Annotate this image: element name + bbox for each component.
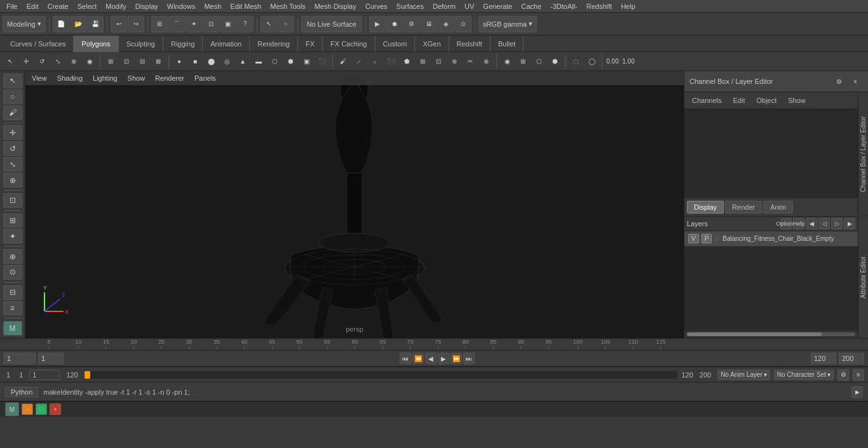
tab-edit[interactable]: Edit [728, 95, 750, 106]
tab-curves-surfaces[interactable]: Curves / Surfaces [3, 36, 74, 52]
menu-3dtall[interactable]: -3DtoAll- [546, 2, 581, 11]
tab-rigging[interactable]: Rigging [163, 36, 203, 52]
multicut-button[interactable]: ✂ [463, 54, 478, 69]
layer-prev-button[interactable]: ◀ [806, 218, 817, 229]
poly-more-button[interactable]: ▣ [299, 54, 314, 69]
render-scene-button[interactable]: ▶ [369, 16, 386, 32]
maximize-button[interactable]: □ [36, 404, 47, 415]
tab-polygons[interactable]: Polygons [74, 36, 118, 52]
paint-button[interactable]: 🖌 [336, 54, 351, 69]
frame-end-input[interactable] [811, 353, 836, 364]
tab-render[interactable]: Render [725, 201, 762, 214]
app-icon-button[interactable]: M [5, 402, 19, 416]
quad-draw-button[interactable]: ⬡ [531, 54, 546, 69]
frame-end2-input[interactable] [839, 353, 864, 364]
close-button[interactable]: × [50, 404, 61, 415]
menu-generate[interactable]: Generate [479, 2, 516, 11]
viewport[interactable]: View Shading Lighting Show Renderer Pane… [25, 71, 684, 338]
xray2-button[interactable]: ◯ [584, 54, 599, 69]
live-surface-button[interactable]: No Live Surface [301, 16, 362, 32]
rotate-tool-button[interactable]: ↺ [34, 54, 50, 69]
frame-start-input[interactable] [4, 353, 36, 364]
channel-box-side-label[interactable]: Channel Box / Layer Editor [858, 92, 868, 215]
snap-side-button[interactable]: ⊡ [3, 193, 22, 208]
tab-display[interactable]: Display [687, 201, 724, 214]
isolate-button[interactable]: ⊡ [119, 54, 134, 69]
menu-redshift[interactable]: Redshift [583, 2, 616, 11]
render-view-button[interactable]: 🖥 [421, 16, 437, 32]
panel-close-button[interactable]: × [848, 74, 863, 89]
menu-modify[interactable]: Modify [102, 2, 130, 11]
tool2-button[interactable]: ⊙ [3, 265, 22, 280]
tab-custom[interactable]: Custom [376, 36, 416, 52]
save-file-button[interactable]: 💾 [87, 16, 104, 32]
select-mode-side-button[interactable]: ↖ [3, 74, 22, 88]
bridge-button[interactable]: ⊞ [415, 54, 430, 69]
connect-button[interactable]: ⊕ [478, 54, 494, 69]
lighting-menu[interactable]: Lighting [90, 74, 120, 83]
xray-button[interactable]: ◌ [568, 54, 583, 69]
anim-layer-dropdown[interactable]: No Anim Layer ▾ [717, 370, 770, 380]
open-file-button[interactable]: 📂 [70, 16, 86, 32]
go-to-end-button[interactable]: ⏭ [463, 353, 475, 364]
menu-create[interactable]: Create [44, 2, 72, 11]
poly-cube-button[interactable]: ■ [187, 54, 203, 69]
show-menu[interactable]: Show [125, 74, 148, 83]
tab-object[interactable]: Object [751, 95, 782, 106]
menu-deform[interactable]: Deform [429, 2, 459, 11]
renderer-menu[interactable]: Renderer [153, 74, 187, 83]
timeline-slider[interactable] [85, 371, 678, 379]
select-tool-button[interactable]: ↖ [3, 54, 18, 69]
script-run-button[interactable]: ▶ [851, 386, 863, 398]
move-side-button[interactable]: ✛ [3, 125, 22, 140]
layers-help-button[interactable]: Help [793, 218, 804, 229]
hypershade-button[interactable]: ◈ [438, 16, 454, 32]
poly-cylinder-button[interactable]: ⬤ [203, 54, 219, 69]
tab-show[interactable]: Show [783, 95, 811, 106]
go-to-start-button[interactable]: ⏮ [400, 353, 411, 364]
layer-vis-button[interactable]: ≡ [3, 301, 22, 316]
lasso-button[interactable]: ○ [278, 16, 294, 32]
tool3-button[interactable]: ⊟ [3, 285, 22, 300]
lasso-side-button[interactable]: ○ [3, 90, 22, 104]
play-fwd-button[interactable]: ▶ [438, 353, 449, 364]
poly-extra1-button[interactable]: ⬛ [315, 54, 330, 69]
maya-logo-button[interactable]: M [3, 321, 22, 336]
view-menu[interactable]: View [29, 74, 50, 83]
python-label[interactable]: Python [5, 387, 38, 397]
color-space-dropdown[interactable]: sRGB gamma ▾ [478, 16, 537, 32]
poly-prim-button[interactable]: ⬢ [283, 54, 298, 69]
layers-options-button[interactable]: Options [780, 218, 792, 229]
tab-animation[interactable]: Animation [203, 36, 250, 52]
menu-mesh[interactable]: Mesh [200, 2, 225, 11]
frame-current-input[interactable] [38, 353, 64, 364]
layer-next2-button[interactable]: ▶ [844, 218, 855, 229]
scale-side-button[interactable]: ⤡ [3, 157, 22, 172]
extrude-button[interactable]: ⬛ [383, 54, 398, 69]
poly-sphere-button[interactable]: ● [172, 54, 187, 69]
tab-xgen[interactable]: XGen [415, 36, 449, 52]
menu-uv[interactable]: UV [461, 2, 478, 11]
snap-view-button[interactable]: ▣ [220, 16, 236, 32]
layer-prev2-button[interactable]: ◁ [818, 218, 830, 229]
snap-grid-button[interactable]: ⊞ [151, 16, 168, 32]
snap-surface-button[interactable]: ⊡ [203, 16, 219, 32]
paint-sel-button[interactable]: 🖌 [3, 105, 22, 120]
anim-settings-button[interactable]: ⚙ [837, 369, 849, 381]
frame-sel-button[interactable]: ⊠ [151, 54, 166, 69]
layers-scrollbar[interactable] [684, 330, 858, 338]
panels-menu[interactable]: Panels [192, 74, 219, 83]
poly-torus-button[interactable]: ◎ [219, 54, 234, 69]
cross-side-button[interactable]: ✦ [3, 229, 22, 243]
tab-fx-caching[interactable]: FX Caching [323, 36, 375, 52]
grid-side-button[interactable]: ⊞ [3, 214, 22, 228]
new-file-button[interactable]: 📄 [53, 16, 69, 32]
snap-point-button[interactable]: ✦ [186, 16, 202, 32]
render-extra-button[interactable]: ⊙ [455, 16, 471, 32]
retopo-button[interactable]: ⊞ [515, 54, 531, 69]
minimize-button[interactable]: – [22, 404, 33, 415]
tool1-button[interactable]: ⊕ [3, 249, 22, 264]
attribute-editor-side-label[interactable]: Attribute Editor [858, 215, 868, 339]
undo-button[interactable]: ↩ [111, 16, 127, 32]
mode-dropdown[interactable]: Modeling ▾ [3, 16, 46, 32]
